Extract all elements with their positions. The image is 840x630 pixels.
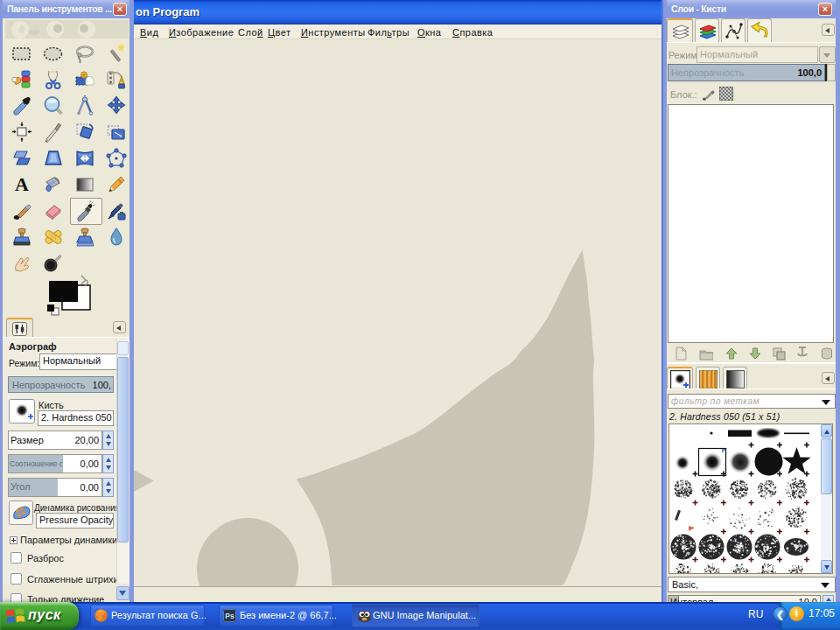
svg-text:A: A [15, 174, 29, 195]
svg-text:Ps: Ps [225, 612, 234, 620]
